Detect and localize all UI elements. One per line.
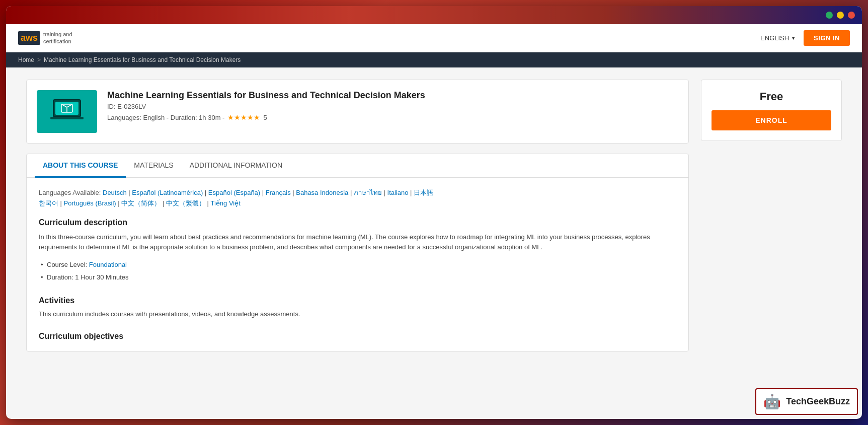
course-thumbnail bbox=[37, 90, 97, 133]
course-level-link[interactable]: Foundational bbox=[89, 261, 127, 268]
tab-materials[interactable]: MATERIALS bbox=[126, 154, 181, 178]
breadcrumb: Home > Machine Learning Essentials for B… bbox=[6, 52, 862, 67]
lang-thai[interactable]: ภาษาไทย bbox=[354, 189, 382, 196]
lang-korean[interactable]: 한국어 bbox=[39, 199, 58, 207]
bullet-duration: Duration: 1 Hour 30 Minutes bbox=[39, 271, 676, 284]
aws-logo-box: aws bbox=[18, 31, 40, 45]
course-meta: Languages: English - Duration: 1h 30m - … bbox=[107, 113, 425, 121]
aws-tagline: training and certification bbox=[43, 31, 72, 44]
red-traffic-light[interactable] bbox=[848, 12, 855, 19]
activities-title: Activities bbox=[39, 296, 676, 305]
aws-logo: aws training and certification bbox=[18, 31, 72, 45]
lang-espanol-es[interactable]: Español (España) bbox=[208, 189, 260, 196]
lang-chinese-traditional[interactable]: 中文（繁體） bbox=[166, 199, 205, 207]
price-card: Free ENROLL bbox=[701, 80, 842, 141]
green-traffic-light[interactable] bbox=[826, 12, 833, 19]
traffic-lights bbox=[826, 12, 855, 19]
lang-japanese[interactable]: 日本語 bbox=[414, 189, 433, 196]
enroll-button[interactable]: ENROLL bbox=[712, 110, 831, 130]
breadcrumb-home[interactable]: Home bbox=[18, 56, 34, 63]
course-stars: ★★★★★ bbox=[227, 113, 260, 121]
top-nav: aws training and certification ENGLISH S… bbox=[6, 24, 862, 52]
lang-chinese-simplified[interactable]: 中文（简体） bbox=[121, 199, 161, 207]
yellow-traffic-light[interactable] bbox=[837, 12, 844, 19]
curriculum-title: Curriculum description bbox=[39, 218, 676, 227]
course-info: Machine Learning Essentials for Business… bbox=[107, 90, 425, 121]
content-right: Free ENROLL bbox=[701, 80, 842, 398]
lang-deutsch[interactable]: Deutsch bbox=[103, 189, 127, 196]
nav-right: ENGLISH SIGN IN bbox=[760, 30, 850, 46]
svg-rect-2 bbox=[50, 117, 84, 119]
course-card: Machine Learning Essentials for Business… bbox=[26, 80, 689, 144]
breadcrumb-separator: > bbox=[37, 56, 41, 63]
lang-portuguese[interactable]: Português (Brasil) bbox=[64, 199, 116, 207]
lang-espanol-lat[interactable]: Español (Latinoamérica) bbox=[132, 189, 203, 196]
browser-window: aws training and certification ENGLISH S… bbox=[6, 6, 862, 419]
bullet-level: Course Level: Foundational bbox=[39, 259, 676, 271]
price-text: Free bbox=[712, 90, 831, 103]
course-thumb-icon bbox=[49, 96, 85, 128]
tabs-container: ABOUT THIS COURSE MATERIALS ADDITIONAL I… bbox=[26, 154, 689, 351]
lang-bahasa[interactable]: Bahasa Indonesia bbox=[296, 189, 348, 196]
tab-content-about: Languages Available: Deutsch | Español (… bbox=[27, 178, 688, 351]
course-id: ID: E-0236LV bbox=[107, 103, 425, 110]
watermark: 🤖 TechGeekBuzz bbox=[755, 388, 858, 415]
languages-line: Languages Available: Deutsch | Español (… bbox=[39, 188, 676, 209]
course-rating: 5 bbox=[263, 114, 267, 121]
curriculum-desc: In this three-course curriculum, you wil… bbox=[39, 232, 676, 253]
title-bar bbox=[6, 6, 862, 24]
language-selector[interactable]: ENGLISH bbox=[760, 34, 796, 42]
lang-vietnamese[interactable]: Tiếng Việt bbox=[210, 199, 240, 207]
sign-in-button[interactable]: SIGN IN bbox=[804, 30, 850, 46]
content-left: Machine Learning Essentials for Business… bbox=[26, 80, 689, 398]
tabs-header: ABOUT THIS COURSE MATERIALS ADDITIONAL I… bbox=[27, 154, 688, 178]
tab-additional[interactable]: ADDITIONAL INFORMATION bbox=[182, 154, 290, 178]
main-content: Machine Learning Essentials for Business… bbox=[6, 67, 862, 410]
watermark-icon: 🤖 bbox=[763, 393, 781, 410]
course-title: Machine Learning Essentials for Business… bbox=[107, 90, 425, 101]
activities-desc: This curriculum includes courses with pr… bbox=[39, 309, 676, 320]
lang-italiano[interactable]: Italiano bbox=[387, 189, 409, 196]
lang-francais[interactable]: Français bbox=[266, 189, 291, 196]
breadcrumb-current: Machine Learning Essentials for Business… bbox=[44, 56, 241, 63]
curriculum-objectives-title: Curriculum objectives bbox=[39, 332, 676, 341]
languages-prefix: Languages Available: bbox=[39, 189, 101, 196]
curriculum-bullets: Course Level: Foundational Duration: 1 H… bbox=[39, 259, 676, 284]
tab-about[interactable]: ABOUT THIS COURSE bbox=[35, 154, 126, 178]
watermark-text: TechGeekBuzz bbox=[786, 396, 850, 407]
